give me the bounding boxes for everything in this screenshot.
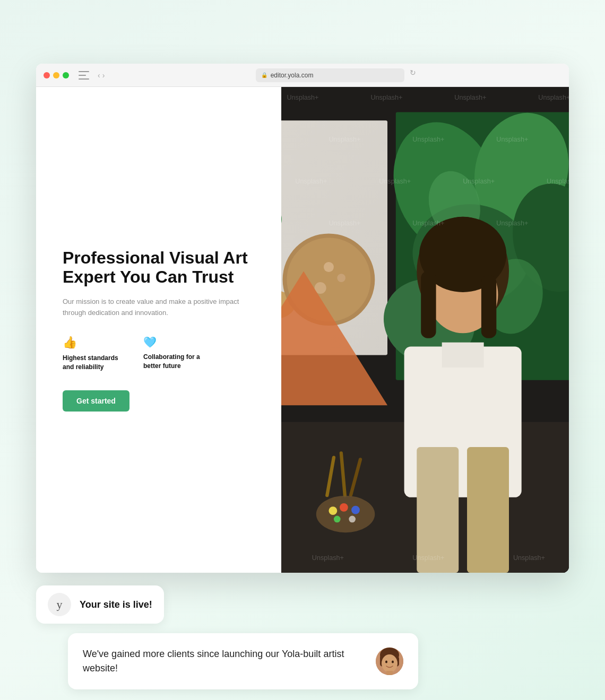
- svg-text:Unsplash+: Unsplash+: [412, 220, 444, 227]
- svg-point-47: [351, 506, 360, 514]
- svg-point-46: [340, 503, 348, 512]
- url-bar[interactable]: 🔒 editor.yola.com: [256, 68, 404, 82]
- svg-text:Unsplash+: Unsplash+: [329, 136, 360, 143]
- feature-label-standards: Highest standards and reliability: [63, 354, 126, 372]
- svg-point-79: [385, 661, 387, 663]
- svg-text:Unsplash+: Unsplash+: [412, 136, 444, 143]
- back-arrow[interactable]: ‹: [98, 71, 100, 80]
- lock-icon: 🔒: [261, 72, 267, 78]
- svg-rect-40: [467, 447, 509, 573]
- feature-item-standards: 👍 Highest standards and reliability: [63, 336, 126, 372]
- feature-label-collaborating: Collaborating for a better future: [143, 353, 207, 371]
- notification-text: Your site is live!: [80, 599, 152, 610]
- bottom-section: y Your site is live! We've gained more c…: [36, 585, 569, 689]
- svg-point-44: [316, 496, 375, 532]
- browser-titlebar: ‹ › 🔒 editor.yola.com ↻: [36, 64, 569, 87]
- get-started-button[interactable]: Get started: [63, 390, 129, 412]
- browser-window: ‹ › 🔒 editor.yola.com ↻ Professional Vis…: [36, 64, 569, 573]
- testimonial-bubble: We've gained more clients since launchin…: [68, 633, 418, 689]
- hero-title: Professional Visual Art Expert You Can T…: [63, 248, 258, 287]
- svg-point-48: [334, 516, 341, 523]
- notification-bubble: y Your site is live!: [36, 585, 164, 624]
- testimonial-text: We've gained more clients since launchin…: [83, 647, 367, 676]
- thumbs-up-icon: 👍: [63, 336, 126, 349]
- user-avatar: [376, 648, 403, 675]
- features-row: 👍 Highest standards and reliability 🩵 Co…: [63, 336, 258, 372]
- svg-text:Unsplash+: Unsplash+: [454, 94, 486, 101]
- svg-text:Unsplash+: Unsplash+: [312, 554, 344, 562]
- svg-text:Unsplash+: Unsplash+: [329, 220, 360, 227]
- svg-point-78: [382, 654, 397, 672]
- traffic-lights: [44, 72, 69, 78]
- close-button[interactable]: [44, 72, 50, 78]
- svg-point-11: [324, 262, 334, 272]
- svg-rect-38: [442, 343, 483, 368]
- svg-rect-81: [386, 671, 393, 675]
- feature-item-collaborating: 🩵 Collaborating for a better future: [143, 336, 207, 372]
- photo-simulation: Unsplash+ Unsplash+ Unsplash+ Unsplash+ …: [281, 87, 569, 573]
- svg-text:Unsplash+: Unsplash+: [538, 94, 569, 101]
- svg-rect-36: [481, 275, 496, 338]
- svg-point-49: [349, 516, 356, 523]
- minimize-button[interactable]: [53, 72, 59, 78]
- sidebar-toggle-icon[interactable]: [79, 71, 89, 80]
- svg-point-80: [392, 661, 394, 663]
- hero-right-panel: Unsplash+ Unsplash+ Unsplash+ Unsplash+ …: [281, 87, 569, 573]
- url-bar-container: 🔒 editor.yola.com ↻: [110, 68, 561, 82]
- url-text: editor.yola.com: [271, 72, 314, 79]
- yola-logo-letter: y: [57, 598, 63, 611]
- svg-text:Unsplash+: Unsplash+: [379, 178, 411, 185]
- svg-point-12: [337, 274, 345, 282]
- svg-text:Unsplash+: Unsplash+: [287, 94, 318, 101]
- forward-arrow[interactable]: ›: [102, 71, 105, 80]
- svg-text:Unsplash+: Unsplash+: [496, 220, 528, 227]
- svg-text:Unsplash+: Unsplash+: [547, 178, 569, 185]
- reload-button[interactable]: ↻: [410, 68, 416, 82]
- nav-arrows: ‹ ›: [98, 71, 105, 80]
- yola-avatar: y: [48, 593, 71, 616]
- heart-icon: 🩵: [143, 336, 207, 348]
- svg-text:Unsplash+: Unsplash+: [295, 178, 327, 185]
- browser-content: Professional Visual Art Expert You Can T…: [36, 87, 569, 573]
- maximize-button[interactable]: [63, 72, 69, 78]
- svg-text:Unsplash+: Unsplash+: [412, 554, 444, 562]
- svg-point-45: [329, 506, 337, 515]
- hero-left-panel: Professional Visual Art Expert You Can T…: [36, 87, 281, 573]
- svg-text:Unsplash+: Unsplash+: [370, 94, 402, 101]
- svg-text:Unsplash+: Unsplash+: [496, 136, 528, 143]
- svg-text:Unsplash+: Unsplash+: [513, 554, 545, 562]
- svg-text:Unsplash+: Unsplash+: [463, 178, 495, 185]
- svg-rect-35: [421, 271, 436, 338]
- hero-subtitle: Our mission is to create value and make …: [63, 296, 258, 319]
